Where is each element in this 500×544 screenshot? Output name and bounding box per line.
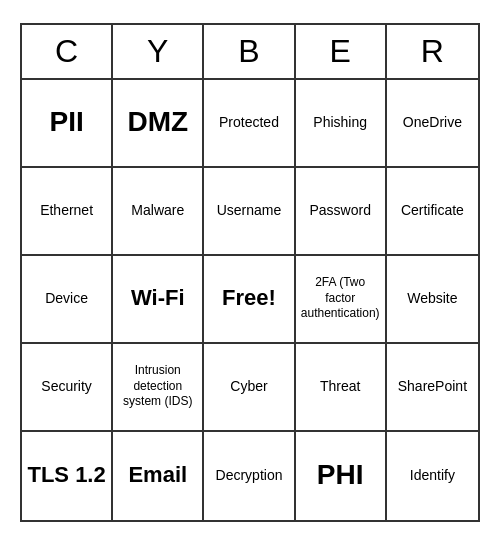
header-letter-B: B (204, 25, 295, 78)
bingo-cell-4-4: Identify (387, 432, 478, 520)
header-letter-C: C (22, 25, 113, 78)
bingo-board: CYBER PIIDMZProtectedPhishingOneDriveEth… (20, 23, 480, 522)
bingo-cell-4-2: Decryption (204, 432, 295, 520)
bingo-cell-1-4: Certificate (387, 168, 478, 256)
bingo-cell-1-0: Ethernet (22, 168, 113, 256)
bingo-cell-3-3: Threat (296, 344, 387, 432)
bingo-cell-2-3: 2FA (Two factor authentication) (296, 256, 387, 344)
bingo-cell-0-3: Phishing (296, 80, 387, 168)
bingo-cell-4-3: PHI (296, 432, 387, 520)
bingo-cell-4-1: Email (113, 432, 204, 520)
bingo-cell-0-2: Protected (204, 80, 295, 168)
bingo-cell-2-2: Free! (204, 256, 295, 344)
header-letter-Y: Y (113, 25, 204, 78)
bingo-cell-4-0: TLS 1.2 (22, 432, 113, 520)
header-letter-R: R (387, 25, 478, 78)
bingo-cell-0-0: PII (22, 80, 113, 168)
bingo-cell-3-0: Security (22, 344, 113, 432)
bingo-cell-1-3: Password (296, 168, 387, 256)
bingo-cell-1-1: Malware (113, 168, 204, 256)
bingo-cell-2-1: Wi-Fi (113, 256, 204, 344)
bingo-cell-3-1: Intrusion detection system (IDS) (113, 344, 204, 432)
bingo-cell-3-4: SharePoint (387, 344, 478, 432)
bingo-header: CYBER (22, 25, 478, 80)
header-letter-E: E (296, 25, 387, 78)
bingo-cell-0-4: OneDrive (387, 80, 478, 168)
bingo-cell-2-4: Website (387, 256, 478, 344)
bingo-cell-0-1: DMZ (113, 80, 204, 168)
bingo-cell-1-2: Username (204, 168, 295, 256)
bingo-cell-3-2: Cyber (204, 344, 295, 432)
bingo-grid: PIIDMZProtectedPhishingOneDriveEthernetM… (22, 80, 478, 520)
bingo-cell-2-0: Device (22, 256, 113, 344)
